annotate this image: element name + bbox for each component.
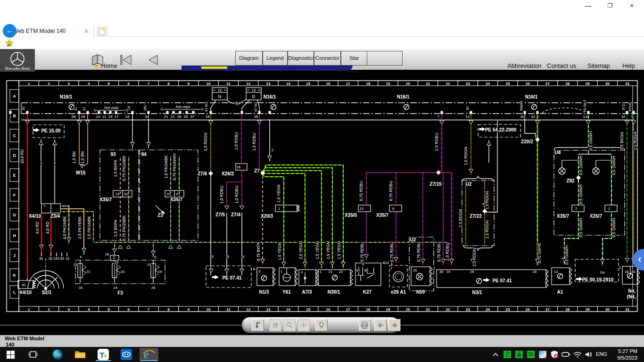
- tab-connector[interactable]: Connector: [314, 51, 341, 66]
- svg-text:1,5 RDGN: 1,5 RDGN: [458, 209, 463, 227]
- svg-text:13: 13: [583, 115, 587, 119]
- svg-text:3: 3: [68, 307, 70, 312]
- link-abbreviation[interactable]: Abbreviation: [507, 62, 541, 69]
- highlight-bulb-button[interactable]: [315, 319, 328, 331]
- mercedes-star-icon: [7, 50, 28, 67]
- new-tab-button[interactable]: [97, 27, 107, 36]
- svg-text:22: 22: [171, 115, 175, 119]
- tray-power-icon[interactable]: [560, 348, 572, 361]
- tray-wifi-icon[interactable]: [571, 348, 584, 361]
- minimize-button[interactable]: —: [578, 0, 599, 12]
- svg-text:5: 5: [54, 161, 56, 165]
- previous-page-icon[interactable]: [146, 54, 159, 68]
- svg-text:0,5 GNWH: 0,5 GNWH: [578, 218, 583, 237]
- tray-app1-icon[interactable]: [501, 348, 513, 361]
- svg-text:28: 28: [533, 270, 537, 274]
- book-icon[interactable]: [91, 54, 106, 68]
- toolbar-line: [400, 325, 644, 326]
- svg-text:Not used: Not used: [104, 106, 118, 110]
- zoom-tool-button[interactable]: [283, 319, 296, 331]
- tab-close-icon[interactable]: ✕: [82, 28, 91, 35]
- svg-text:11: 11: [102, 115, 107, 119]
- tray-volume-icon[interactable]: [583, 348, 595, 361]
- close-button[interactable]: ×: [621, 0, 642, 12]
- svg-text:34: 34: [79, 286, 83, 290]
- svg-text:27: 27: [545, 82, 550, 86]
- task-view-button[interactable]: [24, 348, 42, 361]
- teamviewer-taskbar-icon[interactable]: [117, 348, 136, 361]
- link-sitemap[interactable]: Sitemap: [587, 62, 610, 69]
- maximize-button[interactable]: ❐: [600, 0, 620, 12]
- svg-text:23: 23: [466, 82, 470, 86]
- tab-diagnostics[interactable]: Diagnostics: [288, 51, 314, 66]
- svg-text:94: 94: [141, 152, 147, 157]
- svg-text:1,5 RDGN: 1,5 RDGN: [633, 132, 637, 150]
- zoom-in-button[interactable]: [297, 319, 310, 331]
- tray-app2-icon[interactable]: [513, 348, 525, 361]
- svg-text:7: 7: [148, 307, 150, 312]
- reset-view-button[interactable]: [252, 319, 264, 331]
- svg-text:30: 30: [21, 107, 25, 110]
- svg-text:Not used: Not used: [176, 105, 190, 109]
- next-diagram-button[interactable]: [388, 319, 401, 331]
- svg-text:5: 5: [212, 255, 214, 259]
- back-button[interactable]: ←: [3, 24, 17, 38]
- clock-time: 5:27 PM: [604, 348, 637, 354]
- ie-taskbar-icon[interactable]: e: [140, 348, 158, 361]
- tray-calendar-31-icon[interactable]: 31: [525, 348, 537, 361]
- prev-diagram-button[interactable]: [374, 319, 387, 331]
- taskbar-clock[interactable]: 5:27 PM 9/5/2023: [604, 348, 637, 361]
- svg-text:1,5 RDGN: 1,5 RDGN: [463, 147, 468, 165]
- svg-text:31: 31: [625, 307, 629, 312]
- svg-text:9: 9: [188, 82, 190, 86]
- svg-text:4,0 PKGNBK: 4,0 PKGNBK: [62, 216, 67, 239]
- svg-text:67 M1: 67 M1: [254, 102, 258, 112]
- tray-security-alert-icon[interactable]: [548, 348, 561, 361]
- diagram-canvas[interactable]: 1122334455667788991010111112121313141415…: [0, 74, 644, 335]
- add-favorite-star-icon[interactable]: [5, 38, 14, 49]
- svg-text:1,5 BN: 1,5 BN: [80, 151, 85, 164]
- svg-text:20: 20: [406, 82, 410, 86]
- svg-text:26: 26: [413, 268, 417, 272]
- pan-hand-button[interactable]: [269, 319, 281, 331]
- edge-taskbar-icon[interactable]: [48, 348, 67, 361]
- svg-text:18: 18: [206, 115, 210, 119]
- svg-text:17: 17: [346, 307, 350, 312]
- svg-text:12: 12: [246, 82, 250, 86]
- svg-text:14: 14: [116, 192, 119, 196]
- mercedes-logo-block: Mercedes-Benz: [0, 49, 35, 72]
- svg-text:Shield: Shield: [519, 101, 523, 111]
- svg-text:4,0 RD: 4,0 RD: [35, 222, 40, 234]
- print-button[interactable]: [359, 319, 371, 331]
- svg-text:Z7/5: Z7/5: [215, 212, 225, 217]
- svg-text:31: 31: [82, 107, 86, 111]
- start-button[interactable]: [1, 348, 20, 361]
- svg-text:16: 16: [326, 82, 330, 86]
- tab-diagram[interactable]: Diagram: [235, 51, 263, 66]
- tab-legend[interactable]: Legend: [263, 51, 288, 66]
- svg-text:19: 19: [386, 82, 390, 86]
- svg-text:X35/7: X35/7: [376, 213, 389, 218]
- svg-text:(N4,: (N4,: [627, 294, 636, 299]
- tray-teamviewer-icon[interactable]: [537, 348, 549, 361]
- link-help[interactable]: Help: [622, 62, 635, 69]
- svg-text:36: 36: [254, 115, 258, 119]
- svg-text:21: 21: [426, 307, 430, 312]
- svg-text:C: C: [13, 133, 16, 138]
- first-page-icon[interactable]: [119, 54, 133, 68]
- file-explorer-taskbar-icon[interactable]: [71, 348, 90, 361]
- svg-text:1,5 YEGN: 1,5 YEGN: [326, 241, 330, 259]
- svg-text:Z7/15: Z7/15: [429, 181, 442, 187]
- svg-text:28: 28: [105, 252, 109, 256]
- svg-text:0,5 GNWH: 0,5 GNWH: [578, 156, 583, 175]
- tray-chevron-icon[interactable]: [489, 348, 502, 361]
- svg-text:18: 18: [108, 115, 113, 119]
- window-titlebar[interactable]: — ❐ ×: [0, 0, 644, 12]
- app-t-taskbar-icon[interactable]: [94, 348, 113, 361]
- svg-text:24: 24: [486, 82, 490, 86]
- link-contact-us[interactable]: Contact us: [547, 62, 576, 69]
- favorites-bar: [0, 37, 644, 49]
- tab-star-finder[interactable]: Star Finder: [341, 51, 367, 66]
- svg-text:2,5 PKGNBK: 2,5 PKGNBK: [87, 216, 91, 239]
- svg-text:16: 16: [237, 165, 240, 169]
